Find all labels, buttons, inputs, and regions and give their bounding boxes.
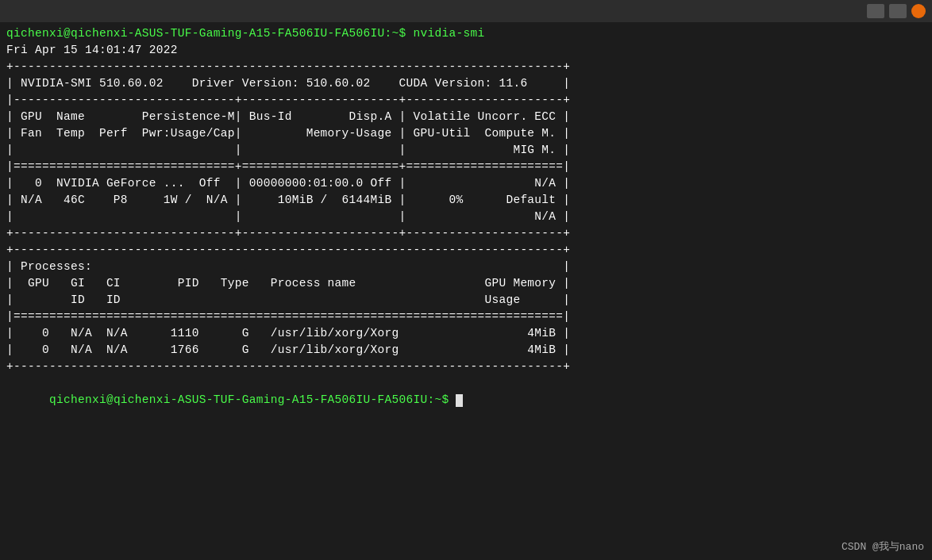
header-line-2: | Fan Temp Perf Pwr:Usage/Cap| Memory-Us… — [6, 125, 926, 142]
prompt-line-2: qichenxi@qichenxi-ASUS-TUF-Gaming-A15-FA… — [6, 375, 926, 425]
proc-cols-1: | GPU GI CI PID Type Process name GPU Me… — [6, 275, 926, 292]
processes-header: | Processes: | — [6, 259, 926, 275]
top-bar — [0, 0, 932, 22]
header-line-1: | GPU Name Persistence-M| Bus-Id Disp.A … — [6, 109, 926, 125]
border-line-4: +-------------------------------+-------… — [6, 225, 926, 242]
border-line-3: |===============================+=======… — [6, 159, 926, 175]
proc-cols-2: | ID ID Usage | — [6, 292, 926, 309]
gpu-row-2: | N/A 46C P8 1W / N/A | 10MiB / 6144MiB … — [6, 192, 926, 209]
minimize-button[interactable] — [867, 4, 884, 18]
smi-info-line: | NVIDIA-SMI 510.60.02 Driver Version: 5… — [6, 75, 926, 92]
date-line: Fri Apr 15 14:01:47 2022 — [6, 42, 926, 59]
border-line-6: |=======================================… — [6, 309, 926, 325]
terminal-window: qichenxi@qichenxi-ASUS-TUF-Gaming-A15-FA… — [0, 0, 932, 560]
proc-row-2: | 0 N/A N/A 1766 G /usr/lib/xorg/Xorg 4M… — [6, 342, 926, 359]
close-button[interactable] — [911, 4, 926, 18]
terminal-content: qichenxi@qichenxi-ASUS-TUF-Gaming-A15-FA… — [0, 22, 932, 428]
proc-row-1: | 0 N/A N/A 1110 G /usr/lib/xorg/Xorg 4M… — [6, 325, 926, 342]
prompt-line-1: qichenxi@qichenxi-ASUS-TUF-Gaming-A15-FA… — [6, 25, 926, 42]
gpu-row-3: | | | N/A | — [6, 209, 926, 225]
maximize-button[interactable] — [889, 4, 907, 18]
border-line-7: +---------------------------------------… — [6, 359, 926, 375]
prompt-text: qichenxi@qichenxi-ASUS-TUF-Gaming-A15-FA… — [49, 393, 456, 406]
border-line-2: |-------------------------------+-------… — [6, 92, 926, 109]
border-line-5: +---------------------------------------… — [6, 242, 926, 259]
watermark: CSDN @我与nano — [841, 539, 924, 554]
cursor — [456, 394, 463, 407]
border-line-1: +---------------------------------------… — [6, 59, 926, 75]
header-line-3: | | | MIG M. | — [6, 142, 926, 159]
gpu-row-1: | 0 NVIDIA GeForce ... Off | 00000000:01… — [6, 175, 926, 192]
